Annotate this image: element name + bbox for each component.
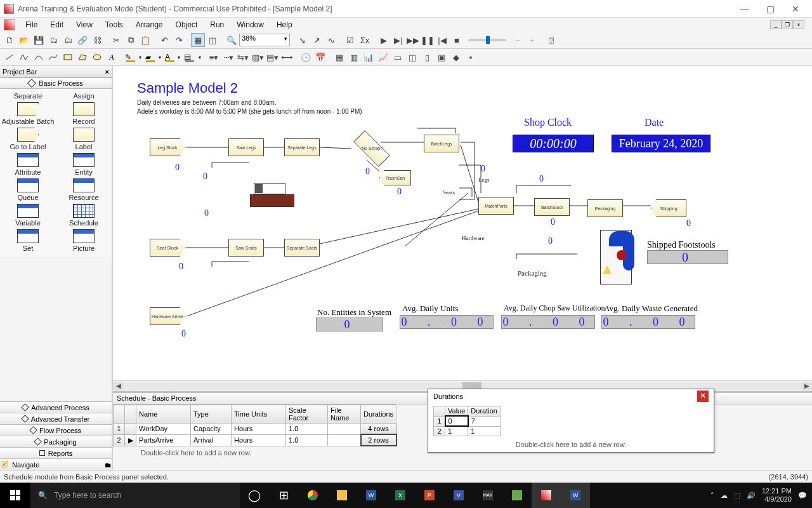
dim-icon[interactable]: ⟷ <box>280 50 294 64</box>
dropbox-icon[interactable]: ⬚ <box>734 491 740 500</box>
popup-close[interactable]: ✕ <box>697 391 709 402</box>
mod-sawlegs[interactable]: Saw Legs <box>228 138 264 156</box>
start-button[interactable] <box>0 483 30 508</box>
parking-icon[interactable]: ▯ <box>420 50 434 64</box>
panel-packaging[interactable]: Packaging <box>0 436 112 447</box>
save-icon[interactable]: 💾 <box>32 33 46 47</box>
global-icon[interactable]: ◆ <box>449 50 463 64</box>
rect-icon[interactable] <box>61 50 75 64</box>
clock-icon[interactable]: 🕒 <box>299 50 313 64</box>
line-color-icon[interactable]: ✎ <box>124 50 143 64</box>
module-entity[interactable]: Entity <box>56 152 112 177</box>
minimize-button[interactable]: — <box>732 1 757 17</box>
whatsthis-icon[interactable]: ⍰ <box>544 33 558 47</box>
arena-icon[interactable] <box>532 483 561 508</box>
project-bar-close[interactable]: × <box>105 68 109 76</box>
layer-icon[interactable]: ▤▾ <box>265 50 279 64</box>
hist-icon[interactable]: 📊 <box>362 50 376 64</box>
module-separate[interactable]: Separate <box>0 91 56 100</box>
module-queue[interactable]: Queue <box>0 178 56 202</box>
module-variable[interactable]: Variable <box>0 203 56 227</box>
max-icon[interactable]: MAX <box>473 483 502 508</box>
notifications-icon[interactable]: 💬 <box>798 491 807 500</box>
open-icon[interactable]: 📂 <box>17 33 31 47</box>
onedrive-icon[interactable]: ☁ <box>721 491 728 500</box>
mod-hwarrive[interactable]: Hardware Arrive <box>150 307 185 325</box>
menu-view[interactable]: View <box>70 19 99 30</box>
panel-flow-process[interactable]: Flow Process <box>0 424 112 436</box>
mod-batchstool[interactable]: BatchStool <box>534 198 570 216</box>
panel-navigate[interactable]: 🧭Navigate🖿 <box>0 458 112 470</box>
mod-legstock[interactable]: Leg Stock <box>150 138 185 156</box>
connect-icon[interactable]: ∿ <box>324 33 338 47</box>
run-go-icon[interactable]: ▶ <box>377 33 391 47</box>
mod-sepseats[interactable]: Separate Seats <box>284 239 320 257</box>
module-record[interactable]: Record <box>56 102 112 126</box>
spreadsheet-hint[interactable]: Double-click here to add a new row. <box>113 446 397 459</box>
mod-seplegs[interactable]: Separate Legs <box>284 138 320 156</box>
mdi-minimize[interactable]: _ <box>770 20 782 29</box>
schedule-table[interactable]: Name Type Time Units Scale Factor File N… <box>113 404 397 446</box>
table-row[interactable]: 2▶ PartsArriveArrivalHours1.02 rows <box>114 434 396 446</box>
storage-icon[interactable]: ◫ <box>405 50 419 64</box>
run-step-icon[interactable]: ▶| <box>391 33 405 47</box>
var-icon[interactable]: ▦ <box>332 50 346 64</box>
mdi-restore[interactable]: ❐ <box>782 20 793 29</box>
table-row[interactable]: 1 WorkDayCapacityHours1.04 rows <box>114 424 396 435</box>
word2-icon[interactable]: W <box>561 483 590 508</box>
undo-icon[interactable]: ↶ <box>157 33 171 47</box>
arc-icon[interactable] <box>32 50 46 64</box>
new-icon[interactable]: 🗋 <box>3 33 16 47</box>
popup-hint[interactable]: Double-click here to add a new row. <box>428 439 714 452</box>
cut-icon[interactable]: ✂ <box>109 33 123 47</box>
copy-icon[interactable]: ⧉ <box>124 33 138 47</box>
pattern-icon[interactable]: ▨▾ <box>251 50 265 64</box>
model-canvas[interactable]: Sample Model 2 Daily deliveries are betw… <box>113 66 812 380</box>
speed-minus-icon[interactable]: − <box>511 33 525 47</box>
menu-run[interactable]: Run <box>204 19 230 30</box>
queue-icon[interactable]: ▭ <box>391 50 405 64</box>
line-icon[interactable] <box>3 50 16 64</box>
module-resource[interactable]: Resource <box>56 178 112 202</box>
chart-icon[interactable] <box>502 483 532 508</box>
sigma-icon[interactable]: Σx <box>358 33 372 47</box>
zoom-combo[interactable]: 38% <box>239 34 290 46</box>
taskbar-search[interactable]: 🔍 Type here to search <box>30 483 240 508</box>
menu-tools[interactable]: Tools <box>99 19 129 30</box>
close-button[interactable]: ✕ <box>783 1 808 17</box>
module-label[interactable]: Label <box>56 127 112 151</box>
redo-icon[interactable]: ↷ <box>172 33 186 47</box>
plot-icon[interactable]: 📈 <box>376 50 390 64</box>
speed-plus-icon[interactable]: + <box>525 33 539 47</box>
ppt-icon[interactable]: P <box>415 483 444 508</box>
layers-icon[interactable]: ▦ <box>191 33 205 47</box>
system-tray[interactable]: ˄ ☁ ⬚ 🔊 12:21 PM4/9/2020 💬 <box>705 487 812 504</box>
submodel-out-icon[interactable]: ↗ <box>310 33 324 47</box>
attach-icon[interactable]: 🔗 <box>75 33 89 47</box>
excel-icon[interactable]: X <box>386 483 415 508</box>
panel-basic-process[interactable]: Basic Process <box>0 77 112 89</box>
template-icon[interactable]: 🗂 <box>46 33 60 47</box>
text-color-icon[interactable]: A <box>163 50 182 64</box>
panel-adv-transfer[interactable]: Advanced Transfer <box>0 413 112 424</box>
cortana-icon[interactable]: ◯ <box>240 483 269 508</box>
polyline-icon[interactable] <box>17 50 31 64</box>
taskview-icon[interactable]: ⊞ <box>269 483 298 508</box>
menu-edit[interactable]: Edit <box>44 19 70 30</box>
module-schedule[interactable]: Schedule <box>56 203 112 227</box>
date-icon[interactable]: 📅 <box>313 50 327 64</box>
detach-icon[interactable]: ⛓ <box>90 33 104 47</box>
mod-matchparts[interactable]: MatchParts <box>478 197 514 215</box>
mod-trashcan[interactable]: TrashCan <box>379 170 411 185</box>
polygon-icon[interactable] <box>75 50 89 64</box>
mod-packaging[interactable]: Packaging <box>587 199 623 217</box>
run-fast-icon[interactable]: ▶▶ <box>406 33 420 47</box>
line-weight-icon[interactable]: ≡▾ <box>207 50 221 64</box>
volume-icon[interactable]: 🔊 <box>747 491 756 500</box>
panel-reports[interactable]: Reports <box>0 447 112 458</box>
word-icon[interactable]: W <box>357 483 386 508</box>
module-assign[interactable]: Assign <box>56 91 112 100</box>
mod-sawseats[interactable]: Saw Seats <box>228 239 264 257</box>
bezier-icon[interactable] <box>46 50 60 64</box>
module-gotolabel[interactable]: Go to Label <box>0 127 56 151</box>
